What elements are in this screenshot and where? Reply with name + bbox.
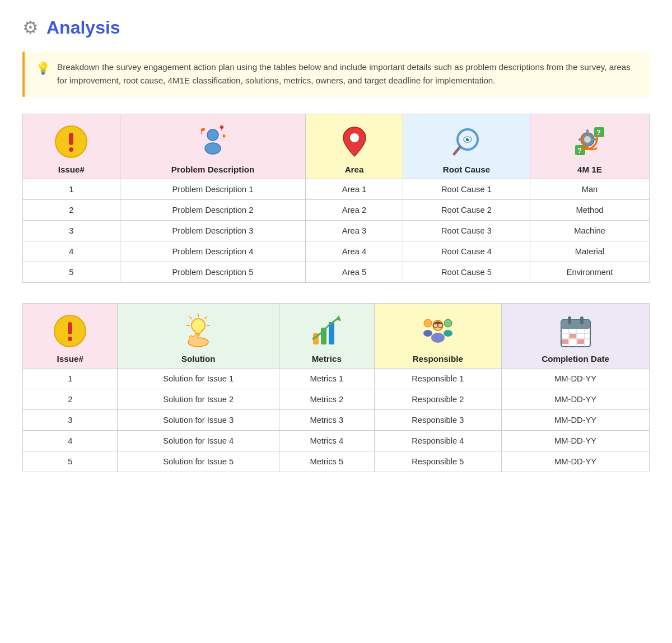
cell-area: Area 1: [306, 179, 403, 199]
svg-point-11: [350, 133, 359, 142]
cell-problem: Problem Description 2: [120, 199, 306, 220]
cell-problem: Problem Description 5: [120, 262, 306, 282]
table-row: 5 Problem Description 5 Area 5 Root Caus…: [23, 262, 650, 282]
col2-label-metrics: Metrics: [312, 354, 342, 364]
cell-rootcause: Root Cause 4: [403, 241, 530, 262]
table-row: 4 Problem Description 4 Area 4 Root Caus…: [23, 241, 650, 262]
cell-responsible: Responsible 3: [374, 409, 502, 430]
table-row: 5 Solution for Issue 5 Metrics 5 Respons…: [23, 451, 650, 472]
cell-issue: 4: [23, 241, 120, 262]
cell-4m1e: Environment: [530, 262, 649, 282]
cell-rootcause: Root Cause 1: [403, 179, 530, 199]
cell-metrics: Metrics 5: [279, 451, 374, 472]
svg-line-38: [205, 317, 207, 319]
table2-wrapper: Issue#: [22, 303, 650, 472]
col2-label-solution: Solution: [181, 354, 216, 364]
cell-metrics: Metrics 3: [279, 409, 374, 430]
table-row: 1 Problem Description 1 Area 1 Root Caus…: [23, 179, 650, 199]
cell-issue2: 5: [23, 451, 118, 472]
cell-issue2: 3: [23, 409, 118, 430]
svg-rect-58: [580, 316, 584, 324]
table-row: 4 Solution for Issue 4 Metrics 4 Respons…: [23, 430, 650, 451]
cell-4m1e: Machine: [530, 220, 649, 241]
cell-area: Area 3: [306, 220, 403, 241]
cell-area: Area 5: [306, 262, 403, 282]
col-label-area: Area: [345, 165, 364, 174]
lightbulb-icon: 💡: [36, 62, 50, 75]
cell-area: Area 2: [306, 199, 403, 220]
table1-wrapper: Issue# ! !: [22, 114, 650, 283]
cell-rootcause: Root Cause 5: [403, 262, 530, 282]
cell-responsible: Responsible 2: [374, 389, 502, 409]
cell-responsible: Responsible 5: [374, 451, 502, 472]
svg-point-32: [68, 337, 72, 341]
cell-responsible: Responsible 4: [374, 430, 502, 451]
col2-header-solution: Solution: [118, 303, 279, 368]
gear-icon: ⚙: [22, 17, 39, 38]
svg-rect-31: [68, 322, 72, 334]
svg-rect-1: [69, 133, 73, 145]
cell-rootcause: Root Cause 2: [403, 199, 530, 220]
col2-label-issue: Issue#: [57, 354, 83, 364]
svg-point-49: [444, 330, 452, 337]
svg-line-17: [454, 147, 460, 154]
col2-header-completion: Completion Date: [502, 303, 650, 368]
cell-metrics: Metrics 2: [279, 389, 374, 409]
col-header-4m1e: ? ? 4M 1E: [530, 114, 649, 179]
svg-point-47: [423, 330, 432, 337]
svg-point-9: [220, 125, 223, 129]
svg-rect-65: [577, 339, 584, 344]
issue-icon: [52, 122, 91, 161]
col-label-problem: Problem Description: [171, 165, 255, 174]
col-header-rootcause: Root Cause: [403, 114, 530, 179]
problem-icon: ! ! !: [193, 122, 232, 161]
cell-problem: Problem Description 4: [120, 241, 306, 262]
cell-4m1e: Man: [530, 179, 649, 199]
cell-metrics: Metrics 1: [279, 368, 374, 389]
table-row: 3 Solution for Issue 3 Metrics 3 Respons…: [23, 409, 650, 430]
cell-completion: MM-DD-YY: [502, 368, 650, 389]
4m1e-icon: ? ?: [570, 122, 609, 161]
issue2-icon: [50, 311, 90, 351]
cell-solution: Solution for Issue 4: [118, 430, 279, 451]
svg-point-51: [431, 333, 445, 343]
svg-point-2: [69, 147, 73, 152]
cell-issue: 5: [23, 262, 120, 282]
solution-icon: [179, 311, 218, 351]
area-icon: [335, 122, 374, 161]
cell-problem: Problem Description 3: [120, 220, 306, 241]
cell-completion: MM-DD-YY: [502, 451, 650, 472]
page-header: ⚙ Analysis: [22, 17, 650, 38]
col-label-4m1e: 4M 1E: [577, 165, 602, 174]
svg-text:?: ?: [577, 146, 582, 155]
analysis-table-1: Issue# ! !: [22, 114, 650, 283]
cell-completion: MM-DD-YY: [502, 409, 650, 430]
responsible-icon: [418, 311, 458, 351]
col-header-problem: ! ! ! Problem Description: [120, 114, 306, 179]
cell-solution: Solution for Issue 2: [118, 389, 279, 409]
cell-solution: Solution for Issue 1: [118, 368, 279, 389]
svg-point-8: [202, 128, 205, 131]
cell-completion: MM-DD-YY: [502, 389, 650, 409]
cell-rootcause: Root Cause 3: [403, 220, 530, 241]
cell-solution: Solution for Issue 5: [118, 451, 279, 472]
table-row: 2 Solution for Issue 2 Metrics 2 Respons…: [23, 389, 650, 409]
col-label-rootcause: Root Cause: [443, 165, 490, 174]
col2-header-metrics: Metrics: [279, 303, 374, 368]
svg-point-16: [468, 138, 469, 139]
svg-rect-23: [593, 138, 596, 141]
cell-issue: 2: [23, 199, 120, 220]
cell-issue2: 2: [23, 389, 118, 409]
table-row: 2 Problem Description 2 Area 2 Root Caus…: [23, 199, 650, 220]
col2-label-completion: Completion Date: [542, 354, 609, 364]
cell-issue2: 4: [23, 430, 118, 451]
svg-rect-57: [568, 316, 571, 324]
cell-problem: Problem Description 1: [120, 179, 306, 199]
svg-point-4: [205, 143, 221, 154]
svg-point-46: [424, 319, 432, 327]
svg-rect-64: [570, 334, 576, 338]
metrics-icon: [307, 311, 346, 351]
svg-rect-56: [561, 320, 590, 329]
svg-line-39: [190, 317, 192, 319]
col-header-area: Area: [306, 114, 403, 179]
